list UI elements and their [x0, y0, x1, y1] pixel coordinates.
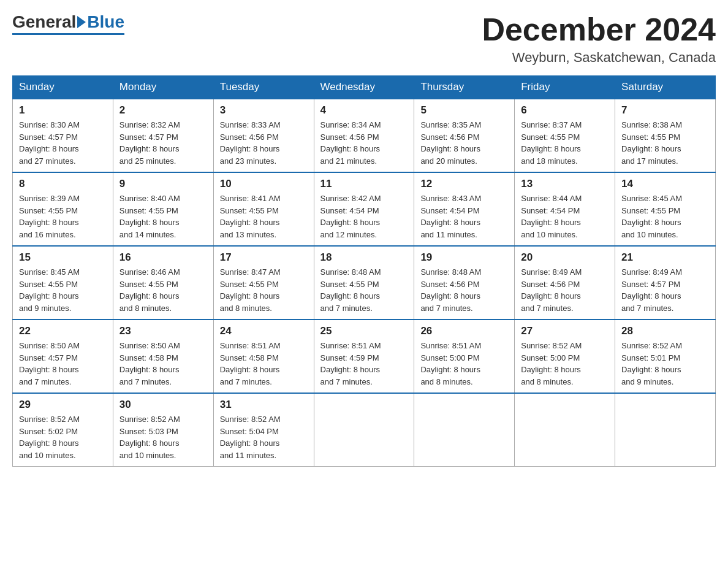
- day-info: Sunrise: 8:51 AM Sunset: 5:00 PM Dayligh…: [420, 340, 508, 388]
- calendar-cell: 15 Sunrise: 8:45 AM Sunset: 4:55 PM Dayl…: [13, 246, 113, 320]
- calendar-cell: 1 Sunrise: 8:30 AM Sunset: 4:57 PM Dayli…: [13, 99, 113, 172]
- calendar-cell: 16 Sunrise: 8:46 AM Sunset: 4:55 PM Dayl…: [113, 246, 213, 320]
- calendar-cell: 10 Sunrise: 8:41 AM Sunset: 4:55 PM Dayl…: [213, 172, 314, 246]
- calendar-week-5: 29 Sunrise: 8:52 AM Sunset: 5:02 PM Dayl…: [13, 393, 716, 467]
- day-info: Sunrise: 8:35 AM Sunset: 4:56 PM Dayligh…: [420, 119, 508, 167]
- calendar-cell: 7 Sunrise: 8:38 AM Sunset: 4:55 PM Dayli…: [615, 99, 716, 172]
- day-number: 16: [119, 251, 207, 264]
- day-number: 8: [19, 178, 107, 190]
- calendar-cell: 20 Sunrise: 8:49 AM Sunset: 4:56 PM Dayl…: [515, 246, 615, 320]
- calendar-cell: 21 Sunrise: 8:49 AM Sunset: 4:57 PM Dayl…: [615, 246, 716, 320]
- logo-general-text: General: [12, 12, 76, 32]
- calendar-cell: 23 Sunrise: 8:50 AM Sunset: 4:58 PM Dayl…: [113, 320, 213, 393]
- calendar-week-2: 8 Sunrise: 8:39 AM Sunset: 4:55 PM Dayli…: [13, 172, 716, 246]
- calendar-cell: [615, 393, 716, 467]
- location-text: Weyburn, Saskatchewan, Canada: [482, 50, 716, 66]
- day-number: 18: [320, 251, 408, 264]
- calendar-cell: 6 Sunrise: 8:37 AM Sunset: 4:55 PM Dayli…: [515, 99, 615, 172]
- day-info: Sunrise: 8:41 AM Sunset: 4:55 PM Dayligh…: [220, 193, 308, 240]
- day-number: 28: [621, 325, 709, 337]
- calendar-cell: 19 Sunrise: 8:48 AM Sunset: 4:56 PM Dayl…: [414, 246, 515, 320]
- day-info: Sunrise: 8:50 AM Sunset: 4:57 PM Dayligh…: [19, 340, 107, 388]
- col-wednesday: Wednesday: [314, 76, 414, 99]
- day-number: 23: [119, 325, 207, 337]
- month-title: December 2024: [482, 12, 716, 47]
- day-info: Sunrise: 8:43 AM Sunset: 4:54 PM Dayligh…: [420, 193, 508, 240]
- day-number: 20: [521, 251, 609, 264]
- calendar-cell: [414, 393, 515, 467]
- day-number: 31: [220, 399, 308, 411]
- logo-arrow-icon: [77, 16, 86, 28]
- calendar-cell: 13 Sunrise: 8:44 AM Sunset: 4:54 PM Dayl…: [515, 172, 615, 246]
- day-number: 6: [521, 104, 609, 117]
- day-info: Sunrise: 8:38 AM Sunset: 4:55 PM Dayligh…: [621, 119, 709, 167]
- day-number: 25: [320, 325, 408, 337]
- calendar-cell: 2 Sunrise: 8:32 AM Sunset: 4:57 PM Dayli…: [113, 99, 213, 172]
- col-tuesday: Tuesday: [213, 76, 314, 99]
- day-info: Sunrise: 8:45 AM Sunset: 4:55 PM Dayligh…: [19, 266, 107, 314]
- calendar-cell: 9 Sunrise: 8:40 AM Sunset: 4:55 PM Dayli…: [113, 172, 213, 246]
- logo: General Blue: [12, 12, 124, 35]
- day-number: 19: [420, 251, 508, 264]
- day-number: 30: [119, 399, 207, 411]
- calendar-cell: 24 Sunrise: 8:51 AM Sunset: 4:58 PM Dayl…: [213, 320, 314, 393]
- calendar-cell: 11 Sunrise: 8:42 AM Sunset: 4:54 PM Dayl…: [314, 172, 414, 246]
- calendar-table: Sunday Monday Tuesday Wednesday Thursday…: [12, 75, 716, 467]
- calendar-cell: [515, 393, 615, 467]
- calendar-header-row: Sunday Monday Tuesday Wednesday Thursday…: [13, 76, 716, 99]
- day-number: 26: [420, 325, 508, 337]
- day-info: Sunrise: 8:33 AM Sunset: 4:56 PM Dayligh…: [220, 119, 308, 167]
- col-sunday: Sunday: [13, 76, 113, 99]
- logo-blue-text: Blue: [87, 12, 124, 32]
- calendar-cell: 3 Sunrise: 8:33 AM Sunset: 4:56 PM Dayli…: [213, 99, 314, 172]
- day-number: 7: [621, 104, 709, 117]
- day-number: 17: [220, 251, 308, 264]
- calendar-cell: 4 Sunrise: 8:34 AM Sunset: 4:56 PM Dayli…: [314, 99, 414, 172]
- day-info: Sunrise: 8:48 AM Sunset: 4:56 PM Dayligh…: [420, 266, 508, 314]
- day-number: 11: [320, 178, 408, 190]
- day-info: Sunrise: 8:52 AM Sunset: 5:00 PM Dayligh…: [521, 340, 609, 388]
- day-info: Sunrise: 8:40 AM Sunset: 4:55 PM Dayligh…: [119, 193, 207, 240]
- day-info: Sunrise: 8:52 AM Sunset: 5:01 PM Dayligh…: [621, 340, 709, 388]
- calendar-week-3: 15 Sunrise: 8:45 AM Sunset: 4:55 PM Dayl…: [13, 246, 716, 320]
- day-number: 5: [420, 104, 508, 117]
- day-number: 2: [119, 104, 207, 117]
- col-friday: Friday: [515, 76, 615, 99]
- day-number: 9: [119, 178, 207, 190]
- calendar-cell: [314, 393, 414, 467]
- day-number: 29: [19, 399, 107, 411]
- calendar-cell: 27 Sunrise: 8:52 AM Sunset: 5:00 PM Dayl…: [515, 320, 615, 393]
- day-number: 22: [19, 325, 107, 337]
- day-number: 10: [220, 178, 308, 190]
- calendar-cell: 22 Sunrise: 8:50 AM Sunset: 4:57 PM Dayl…: [13, 320, 113, 393]
- day-info: Sunrise: 8:51 AM Sunset: 4:59 PM Dayligh…: [320, 340, 408, 388]
- calendar-cell: 12 Sunrise: 8:43 AM Sunset: 4:54 PM Dayl…: [414, 172, 515, 246]
- col-thursday: Thursday: [414, 76, 515, 99]
- calendar-cell: 17 Sunrise: 8:47 AM Sunset: 4:55 PM Dayl…: [213, 246, 314, 320]
- day-info: Sunrise: 8:52 AM Sunset: 5:04 PM Dayligh…: [220, 413, 308, 461]
- day-info: Sunrise: 8:39 AM Sunset: 4:55 PM Dayligh…: [19, 193, 107, 240]
- day-number: 4: [320, 104, 408, 117]
- calendar-cell: 18 Sunrise: 8:48 AM Sunset: 4:55 PM Dayl…: [314, 246, 414, 320]
- calendar-cell: 31 Sunrise: 8:52 AM Sunset: 5:04 PM Dayl…: [213, 393, 314, 467]
- calendar-cell: 30 Sunrise: 8:52 AM Sunset: 5:03 PM Dayl…: [113, 393, 213, 467]
- day-number: 13: [521, 178, 609, 190]
- calendar-cell: 5 Sunrise: 8:35 AM Sunset: 4:56 PM Dayli…: [414, 99, 515, 172]
- day-info: Sunrise: 8:46 AM Sunset: 4:55 PM Dayligh…: [119, 266, 207, 314]
- calendar-cell: 25 Sunrise: 8:51 AM Sunset: 4:59 PM Dayl…: [314, 320, 414, 393]
- calendar-week-4: 22 Sunrise: 8:50 AM Sunset: 4:57 PM Dayl…: [13, 320, 716, 393]
- day-info: Sunrise: 8:51 AM Sunset: 4:58 PM Dayligh…: [220, 340, 308, 388]
- day-info: Sunrise: 8:49 AM Sunset: 4:56 PM Dayligh…: [521, 266, 609, 314]
- logo-underline: [12, 33, 124, 35]
- day-info: Sunrise: 8:30 AM Sunset: 4:57 PM Dayligh…: [19, 119, 107, 167]
- day-info: Sunrise: 8:44 AM Sunset: 4:54 PM Dayligh…: [521, 193, 609, 240]
- day-info: Sunrise: 8:45 AM Sunset: 4:55 PM Dayligh…: [621, 193, 709, 240]
- day-info: Sunrise: 8:48 AM Sunset: 4:55 PM Dayligh…: [320, 266, 408, 314]
- day-info: Sunrise: 8:34 AM Sunset: 4:56 PM Dayligh…: [320, 119, 408, 167]
- title-section: December 2024 Weyburn, Saskatchewan, Can…: [482, 12, 716, 66]
- day-number: 14: [621, 178, 709, 190]
- calendar-cell: 28 Sunrise: 8:52 AM Sunset: 5:01 PM Dayl…: [615, 320, 716, 393]
- day-info: Sunrise: 8:52 AM Sunset: 5:03 PM Dayligh…: [119, 413, 207, 461]
- day-number: 3: [220, 104, 308, 117]
- calendar-cell: 8 Sunrise: 8:39 AM Sunset: 4:55 PM Dayli…: [13, 172, 113, 246]
